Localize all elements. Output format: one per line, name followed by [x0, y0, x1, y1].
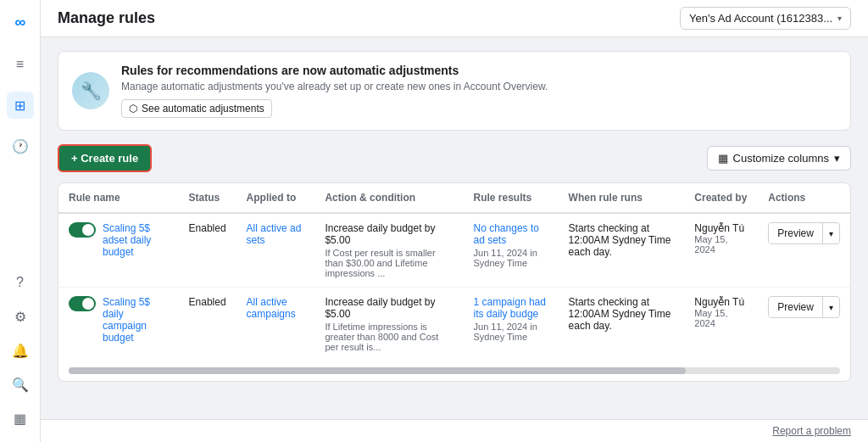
columns-icon: ▦	[718, 152, 728, 165]
results-link-1[interactable]: No changes to ad sets	[474, 222, 539, 246]
content-area: 🔧 Rules for recommendations are now auto…	[41, 37, 868, 419]
account-selector[interactable]: Yen's Ad Account (1612383... ▾	[680, 7, 851, 30]
col-rule-name: Rule name	[58, 183, 179, 213]
sidebar-icon-search[interactable]: 🔍	[7, 371, 34, 398]
rule-name-cell-2: Scaling 5$ daily campaign budget	[58, 288, 179, 361]
toolbar: + Create rule ▦ Customize columns ▾	[58, 144, 851, 172]
topbar: Manage rules Yen's Ad Account (1612383..…	[41, 0, 868, 37]
banner-title: Rules for recommendations are now automa…	[121, 64, 548, 77]
banner-icon: 🔧	[72, 72, 109, 109]
sidebar-icon-menu[interactable]: ≡	[7, 51, 34, 78]
rule-status-2: Enabled	[179, 288, 236, 361]
rule-applied-to-1: All active ad sets	[236, 213, 315, 288]
table-header: Rule name Status Applied to Action & con…	[58, 183, 850, 213]
page-title: Manage rules	[58, 9, 155, 27]
table-body: Scaling 5$ adset daily budget Enabled Al…	[58, 213, 850, 361]
rule-status-1: Enabled	[179, 213, 236, 288]
applied-to-link-2[interactable]: All active campaigns	[247, 296, 296, 320]
col-when-runs: When rule runs	[559, 183, 685, 213]
rule-name-cell: Scaling 5$ adset daily budget	[58, 213, 179, 288]
rule-actions-1: Preview ▾	[758, 213, 850, 288]
preview-button-2[interactable]: Preview ▾	[768, 296, 840, 318]
create-rule-button[interactable]: + Create rule	[58, 144, 152, 172]
rule-results-1: No changes to ad sets Jun 11, 2024 in Sy…	[464, 213, 559, 288]
col-status: Status	[179, 183, 236, 213]
sidebar-bottom: ? ⚙ 🔔 🔍 ▦	[7, 269, 34, 432]
sidebar-icon-bell[interactable]: 🔔	[7, 337, 34, 364]
col-applied-to: Applied to	[236, 183, 315, 213]
customize-label: Customize columns	[733, 152, 829, 165]
rule-name-link-2[interactable]: Scaling 5$ daily campaign budget	[103, 296, 169, 344]
rule-when-1: Starts checking at 12:00AM Sydney Time e…	[559, 213, 685, 288]
rule-created-by-1: Nguyễn Tú May 15, 2024	[684, 213, 758, 288]
chevron-down-icon: ▾	[837, 14, 842, 23]
rule-action-2: Increase daily budget by $5.00 If Lifeti…	[314, 288, 463, 361]
see-automatic-adjustments-link[interactable]: ⬡ See automatic adjustments	[121, 99, 272, 118]
adjust-icon: 🔧	[81, 81, 102, 101]
table-row: Scaling 5$ daily campaign budget Enabled…	[58, 288, 850, 361]
col-rule-results: Rule results	[464, 183, 559, 213]
footer-bar: Report a problem	[41, 419, 868, 442]
results-link-2[interactable]: 1 campaign had its daily budge	[474, 296, 546, 320]
report-problem-link[interactable]: Report a problem	[772, 425, 851, 437]
horizontal-scrollbar[interactable]	[58, 361, 850, 381]
col-action-condition: Action & condition	[314, 183, 463, 213]
col-created-by: Created by	[684, 183, 758, 213]
rules-table-container: Rule name Status Applied to Action & con…	[58, 182, 851, 382]
sidebar: ∞ ≡ ⊞ 🕐 ? ⚙ 🔔 🔍 ▦	[0, 0, 41, 442]
account-label: Yen's Ad Account (1612383...	[689, 12, 832, 25]
rule-when-2: Starts checking at 12:00AM Sydney Time e…	[559, 288, 685, 361]
applied-to-link-1[interactable]: All active ad sets	[247, 222, 302, 246]
link-icon: ⬡	[129, 103, 137, 115]
table-row: Scaling 5$ adset daily budget Enabled Al…	[58, 213, 850, 288]
rule-toggle-1[interactable]	[69, 222, 96, 238]
sidebar-icon-settings[interactable]: ⚙	[7, 303, 34, 330]
info-banner: 🔧 Rules for recommendations are now auto…	[58, 51, 851, 131]
rule-applied-to-2: All active campaigns	[236, 288, 315, 361]
rules-table: Rule name Status Applied to Action & con…	[58, 183, 850, 361]
main-content: Manage rules Yen's Ad Account (1612383..…	[41, 0, 868, 442]
rule-results-2: 1 campaign had its daily budge Jun 11, 2…	[464, 288, 559, 361]
rule-created-by-2: Nguyễn Tú May 15, 2024	[684, 288, 758, 361]
preview-btn-label-1[interactable]: Preview	[769, 223, 823, 243]
banner-description: Manage automatic adjustments you've alre…	[121, 81, 548, 92]
rule-name-link-1[interactable]: Scaling 5$ adset daily budget	[103, 222, 169, 258]
rule-action-1: Increase daily budget by $5.00 If Cost p…	[314, 213, 463, 288]
preview-button-1[interactable]: Preview ▾	[768, 222, 840, 244]
chevron-down-icon: ▾	[834, 152, 840, 165]
preview-btn-label-2[interactable]: Preview	[769, 297, 823, 317]
sidebar-icon-help[interactable]: ?	[7, 269, 34, 296]
sidebar-icon-grid[interactable]: ⊞	[7, 92, 34, 119]
banner-text: Rules for recommendations are now automa…	[121, 64, 548, 118]
sidebar-icon-clock[interactable]: 🕐	[7, 132, 34, 159]
preview-btn-arrow-2[interactable]: ▾	[823, 299, 839, 316]
col-actions: Actions	[758, 183, 850, 213]
preview-btn-arrow-1[interactable]: ▾	[823, 225, 839, 243]
rule-actions-2: Preview ▾	[758, 288, 850, 361]
customize-columns-button[interactable]: ▦ Customize columns ▾	[707, 146, 851, 171]
banner-link-label: See automatic adjustments	[142, 103, 264, 115]
meta-logo-icon: ∞	[8, 10, 32, 34]
sidebar-icon-apps[interactable]: ▦	[7, 405, 34, 432]
rule-toggle-2[interactable]	[69, 296, 96, 311]
